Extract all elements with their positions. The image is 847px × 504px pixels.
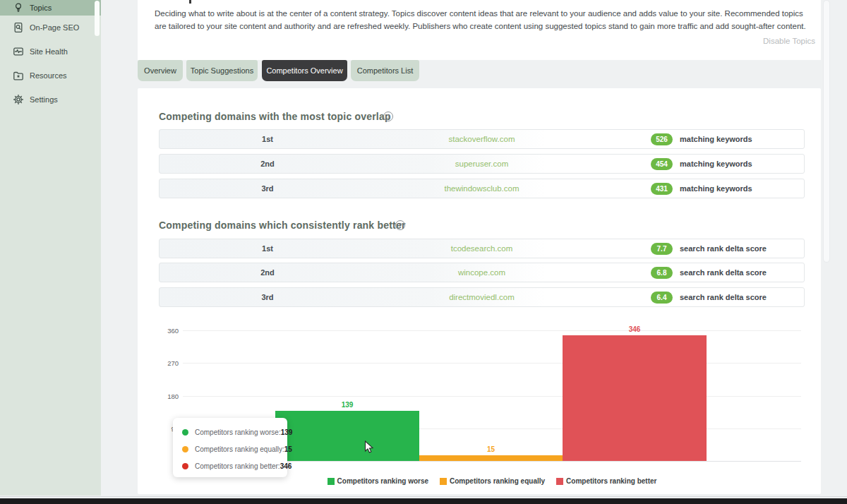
chart-tooltip: Competitors ranking worse: 139 Competito… [173,418,287,477]
table-row: 3rd directmoviedl.com 6.4 search rank de… [159,287,805,307]
gear-icon [13,94,24,105]
metric-label: matching keywords [680,130,752,148]
table-row: 2nd superuser.com 454 matching keywords [159,154,805,174]
divider [0,496,847,497]
cutoff-text-fragment [189,0,191,4]
table-row: 2nd wincope.com 6.8 search rank delta sc… [159,263,805,282]
help-icon[interactable]: ? [383,112,393,121]
metric-label: search rank delta score [680,288,767,306]
legend-item-ranking-worse[interactable]: Competitors ranking worse [328,477,428,485]
sidebar-item-on-page-seo[interactable]: On-Page SEO [0,19,101,36]
legend-swatch-orange [440,478,447,485]
table-row: 1st stackoverflow.com 526 matching keywo… [159,129,805,149]
tab-overview[interactable]: Overview [138,60,183,81]
lightbulb-icon [13,2,24,13]
topics-description-card: Deciding what to write about is at the c… [138,0,821,60]
bar-value-label: 15 [419,445,563,453]
help-icon[interactable]: ? [395,220,405,230]
value-badge: 6.8 [651,267,673,279]
tooltip-row: Competitors ranking equally: 15 [182,441,279,457]
sidebar-item-site-health[interactable]: Site Health [0,43,101,60]
sidebar-item-topics[interactable]: Topics [0,0,101,16]
metric-label: matching keywords [680,179,752,198]
value-badge: 431 [651,183,673,195]
tab-topic-suggestions[interactable]: Topic Suggestions [186,60,258,81]
site-health-icon [13,46,24,57]
metric-label: search rank delta score [680,239,767,258]
sidebar: Topics On-Page SEO Site Health Resources [0,0,101,496]
bar[interactable] [563,335,707,461]
table-row: 3rd thewindowsclub.com 431 matching keyw… [159,179,805,198]
legend-item-ranking-equally[interactable]: Competitors ranking equally [440,477,545,485]
sidebar-item-label: Settings [30,95,58,104]
chart-legend: Competitors ranking worse Competitors ra… [183,477,801,485]
sidebar-item-label: On-Page SEO [30,23,79,32]
app-window: Topics On-Page SEO Site Health Resources [0,0,847,504]
section-title-rank-better: Competing domains which consistently ran… [159,220,406,231]
disable-topics-link[interactable]: Disable Topics [763,37,815,45]
sidebar-item-resources[interactable]: Resources [0,67,101,84]
tooltip-row: Competitors ranking better: 346 [182,458,279,474]
green-dot-icon [182,429,188,436]
tab-competitors-list[interactable]: Competitors List [351,60,419,81]
bar[interactable] [275,411,419,461]
value-badge: 7.7 [651,243,673,255]
metric-label: search rank delta score [680,263,767,282]
bar[interactable] [419,455,563,461]
legend-swatch-red [556,478,563,485]
legend-swatch-green [328,478,335,485]
value-badge: 526 [651,133,673,145]
table-row: 1st tcodesearch.com 7.7 search rank delt… [159,239,805,258]
orange-dot-icon [182,446,188,452]
topics-description: Deciding what to write about is at the c… [155,8,807,32]
tooltip-row: Competitors ranking worse: 139 [182,424,279,440]
taskbar-edge [0,498,847,504]
sidebar-item-label: Site Health [30,47,68,56]
page-scrollbar-thumb[interactable] [823,0,830,263]
sidebar-scrollbar-thumb[interactable] [95,1,100,36]
mouse-cursor [364,440,377,455]
red-dot-icon [182,463,188,469]
legend-item-ranking-better[interactable]: Competitors ranking better [556,477,656,485]
value-badge: 454 [651,158,673,170]
sidebar-item-settings[interactable]: Settings [0,91,101,108]
sidebar-item-label: Topics [30,4,52,12]
folder-star-icon [13,70,24,81]
tab-competitors-overview[interactable]: Competitors Overview [262,60,347,81]
bar-value-label: 139 [275,401,419,409]
metric-label: matching keywords [680,155,752,173]
value-badge: 6.4 [651,292,673,304]
bar-value-label: 346 [563,325,707,333]
section-title-topic-overlap: Competing domains with the most topic ov… [159,111,391,122]
page-search-icon [13,22,24,33]
sidebar-item-label: Resources [30,71,67,80]
